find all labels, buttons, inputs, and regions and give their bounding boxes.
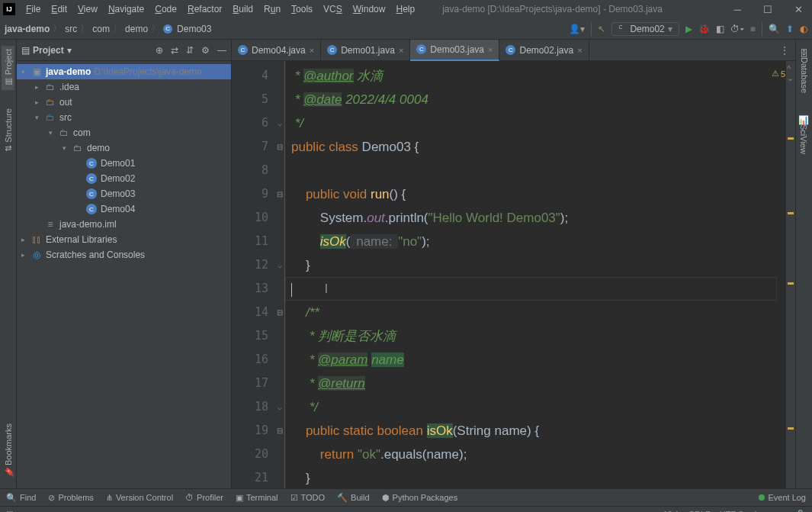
project-tool-title[interactable]: ▤ Project ▾ bbox=[21, 45, 72, 56]
tool-problems[interactable]: ⊘ Problems bbox=[48, 493, 93, 503]
bottom-tool-stripe: 🔍 Find ⊘ Problems ⋔ Version Control ⏱ Pr… bbox=[0, 488, 812, 506]
tree-com[interactable]: ▾🗀com bbox=[17, 125, 231, 140]
menu-navigate[interactable]: Navigate bbox=[104, 2, 149, 16]
tab-demo03[interactable]: CDemo03.java× bbox=[410, 40, 499, 61]
hide-icon[interactable]: — bbox=[217, 45, 226, 56]
close-icon[interactable]: × bbox=[488, 45, 493, 54]
editor: CDemo04.java× CDemo01.java× CDemo03.java… bbox=[232, 40, 795, 488]
tool-eventlog[interactable]: Event Log bbox=[759, 493, 806, 502]
title-bar: IJ FFileile Edit View Navigate Code Refa… bbox=[0, 0, 812, 18]
breadcrumb-demo[interactable]: demo bbox=[125, 24, 148, 34]
tab-project[interactable]: ▤Project bbox=[2, 46, 14, 90]
close-icon[interactable]: × bbox=[399, 46, 403, 55]
gear-icon[interactable]: ⚙ bbox=[201, 45, 210, 56]
tree-out[interactable]: ▸🗀out bbox=[17, 95, 231, 110]
tool-vcs[interactable]: ⋔ Version Control bbox=[106, 493, 173, 503]
menu-run[interactable]: Run bbox=[259, 2, 285, 16]
window-title: java-demo [D:\IdeaProjects\java-demo] - … bbox=[442, 4, 727, 14]
code-area[interactable]: 4567 891011 12131415 16171819 2021 ⌵⊟ ⊟ … bbox=[232, 61, 795, 488]
collapse-icon[interactable]: ⇵ bbox=[186, 45, 194, 56]
tree-demo[interactable]: ▾🗀demo bbox=[17, 140, 231, 156]
minimize-button[interactable]: ─ bbox=[727, 4, 748, 15]
menu-refactor[interactable]: Refactor bbox=[183, 2, 226, 16]
tab-structure[interactable]: ⇅Structure bbox=[2, 105, 14, 155]
tree-idea[interactable]: ▸🗀.idea bbox=[17, 79, 231, 95]
build-icon[interactable]: ↖ bbox=[598, 24, 605, 34]
breadcrumb-project[interactable]: java-demo bbox=[5, 24, 50, 34]
tree-iml[interactable]: ≡java-demo.iml bbox=[17, 217, 231, 232]
menu-build[interactable]: Build bbox=[228, 2, 258, 16]
user-icon[interactable]: 👤▾ bbox=[569, 24, 585, 34]
run-button[interactable]: ▶ bbox=[685, 24, 692, 34]
tree-demo04[interactable]: CDemo04 bbox=[17, 201, 231, 217]
menu-file[interactable]: FFileile bbox=[21, 2, 45, 16]
tool-find[interactable]: 🔍 Find bbox=[6, 493, 36, 503]
sync-icon[interactable]: ⬆ bbox=[786, 24, 794, 34]
tree-demo01[interactable]: CDemo01 bbox=[17, 156, 231, 171]
menu-vcs[interactable]: VCS bbox=[319, 2, 347, 16]
expand-icon[interactable]: ⇄ bbox=[171, 45, 178, 56]
tree-demo02[interactable]: CDemo02 bbox=[17, 171, 231, 186]
tab-bookmarks[interactable]: 🔖Bookmarks bbox=[2, 420, 14, 481]
class-icon: C bbox=[163, 24, 172, 34]
coverage-button[interactable]: ◧ bbox=[716, 24, 724, 34]
target-icon[interactable]: ⊕ bbox=[156, 45, 163, 56]
tree-external[interactable]: ▸⫿⫿External Libraries bbox=[17, 232, 231, 247]
menu-bar: FFileile Edit View Navigate Code Refacto… bbox=[21, 2, 419, 16]
tree-scratches[interactable]: ▸◎Scratches and Consoles bbox=[17, 247, 231, 262]
run-config-name: Demo02 bbox=[630, 24, 664, 34]
warning-indicator[interactable]: ⚠5 ^ ⌄ bbox=[772, 64, 794, 83]
navigation-bar: java-demo 〉 src 〉 com 〉 demo 〉 C Demo03 … bbox=[0, 18, 812, 40]
tab-demo02[interactable]: CDemo02.java× bbox=[499, 40, 589, 61]
maximize-button[interactable]: ☐ bbox=[757, 4, 778, 15]
error-stripe[interactable]: ⚠5 ^ ⌄ bbox=[786, 61, 795, 488]
breadcrumb: java-demo 〉 src 〉 com 〉 demo 〉 C Demo03 bbox=[5, 22, 211, 35]
tabs-menu-icon[interactable]: ⋮ bbox=[774, 45, 795, 56]
tool-terminal[interactable]: ▣ Terminal bbox=[236, 493, 278, 503]
tree-src[interactable]: ▾🗀src bbox=[17, 110, 231, 125]
project-tree: ▾▣ java-demoD:\IdeaProjects\java-demo ▸🗀… bbox=[17, 61, 231, 488]
tool-build[interactable]: 🔨 Build bbox=[337, 493, 369, 503]
tree-root[interactable]: ▾▣ java-demoD:\IdeaProjects\java-demo bbox=[17, 64, 231, 79]
close-button[interactable]: ✕ bbox=[788, 4, 809, 15]
search-icon[interactable]: 🔍 bbox=[769, 24, 780, 34]
stop-button[interactable]: ■ bbox=[750, 24, 756, 34]
tool-profiler[interactable]: ⏱ Profiler bbox=[185, 493, 223, 502]
project-tool-window: ▤ Project ▾ ⊕ ⇄ ⇵ ⚙ — ▾▣ java-demoD:\Ide… bbox=[17, 40, 232, 488]
breadcrumb-com[interactable]: com bbox=[92, 24, 110, 34]
tool-todo[interactable]: ☑ TODO bbox=[290, 493, 326, 503]
close-icon[interactable]: × bbox=[577, 46, 582, 55]
app-logo-icon: IJ bbox=[3, 3, 15, 15]
line-gutter: 4567 891011 12131415 16171819 2021 bbox=[232, 61, 274, 488]
tree-demo03[interactable]: CDemo03 bbox=[17, 186, 231, 201]
menu-help[interactable]: Help bbox=[391, 2, 419, 16]
menu-view[interactable]: View bbox=[73, 2, 102, 16]
tab-demo04[interactable]: CDemo04.java× bbox=[232, 40, 321, 61]
profile-button[interactable]: ⏱▾ bbox=[730, 24, 744, 34]
status-bar: ☐ Localized IntelliJ IDEA 2021.3.3 is av… bbox=[0, 506, 812, 512]
breadcrumb-class[interactable]: Demo03 bbox=[177, 24, 211, 34]
debug-button[interactable]: 🐞 bbox=[698, 24, 710, 34]
right-tool-stripe: 🗄Database 📊SciView bbox=[795, 40, 812, 488]
tab-database[interactable]: 🗄Database bbox=[798, 46, 810, 96]
tab-sciview[interactable]: 📊SciView bbox=[798, 111, 810, 157]
close-icon[interactable]: × bbox=[310, 46, 314, 55]
fold-gutter: ⌵⊟ ⊟ ⌵⊟ ⌵⊟ bbox=[274, 61, 285, 488]
run-config-selector[interactable]: C Demo02 ▾ bbox=[611, 22, 679, 36]
tool-python[interactable]: ⬢ Python Packages bbox=[382, 493, 458, 503]
editor-tabs: CDemo04.java× CDemo01.java× CDemo03.java… bbox=[232, 40, 795, 61]
menu-window[interactable]: Window bbox=[348, 2, 390, 16]
class-icon: C bbox=[618, 24, 627, 33]
code-content[interactable]: * @author 水滴 * @date 2022/4/4 0004 */ pu… bbox=[285, 61, 786, 488]
tab-demo01[interactable]: CDemo01.java× bbox=[321, 40, 410, 61]
menu-tools[interactable]: Tools bbox=[287, 2, 317, 16]
menu-edit[interactable]: Edit bbox=[47, 2, 72, 16]
ide-settings-icon[interactable]: ◐ bbox=[800, 24, 807, 34]
breadcrumb-src[interactable]: src bbox=[65, 24, 77, 34]
menu-code[interactable]: Code bbox=[150, 2, 181, 16]
left-tool-stripe: ▤Project ⇅Structure 🔖Bookmarks bbox=[0, 40, 17, 488]
